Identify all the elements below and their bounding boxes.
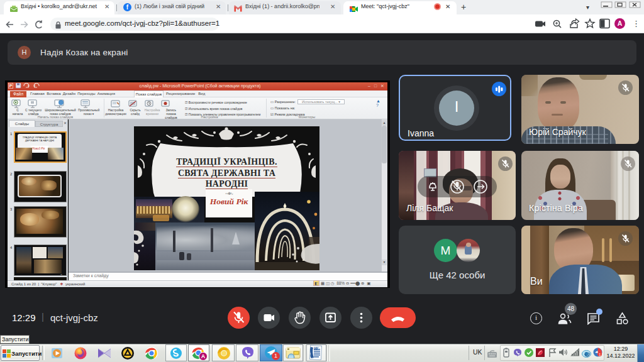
svg-text:1: 1 <box>599 353 601 356</box>
